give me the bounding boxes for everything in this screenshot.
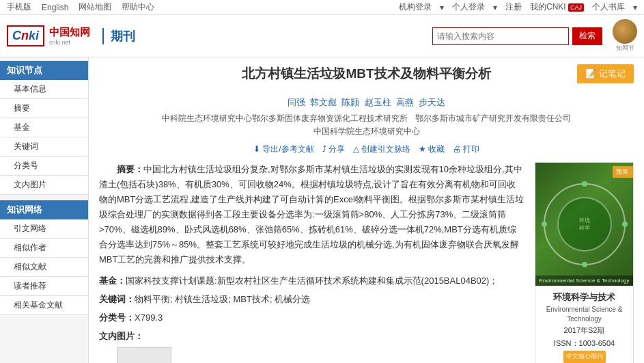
header: C n ki 中国知网 cnki.net 期刊 检索 知网节 (0, 15, 644, 57)
logo-net-text: cnki.net (49, 39, 90, 46)
journal-badge: 中文核心期刊 (563, 351, 606, 362)
sidebar-section-network: 知识网络 引文网络 相似作者 相似文献 读者推荐 相关基金文献 (0, 200, 88, 315)
share-icon: ⤴ (322, 144, 326, 154)
top-nav: 手机版 English 网站地图 帮助中心 机构登录▾ 个人登录▾ 注册 我的C… (0, 0, 644, 15)
knot-icon-area[interactable]: 知网节 (613, 19, 637, 53)
author-5[interactable]: 高燕 (396, 97, 414, 107)
sidebar-item-related-fund[interactable]: 相关基金文献 (0, 296, 88, 315)
logo-cnki[interactable]: C n ki 中国知网 cnki.net (7, 25, 90, 46)
action-favorite[interactable]: ★ 收藏 (419, 144, 445, 155)
fund-paragraph: 基金：国家科技支撑计划课题:新型农村社区生产生活循环技术系统构建和集成示范(20… (99, 273, 524, 288)
sidebar: 知识节点 基本信息 摘要 基金 关键词 分类号 文内图片 知识网络 引文网络 相… (0, 57, 89, 363)
journal-tag: 期刊 (102, 28, 135, 44)
sidebar-item-images[interactable]: 文内图片 (0, 176, 88, 195)
images-label: 文内图片： (99, 331, 143, 341)
action-citation[interactable]: △ 创建引文脉络 (353, 144, 410, 155)
nav-sitemap[interactable]: 网站地图 (79, 1, 111, 13)
action-export-label: 导出/参考文献 (262, 144, 313, 155)
author-4[interactable]: 赵玉柱 (365, 97, 391, 107)
sidebar-item-category[interactable]: 分类号 (0, 157, 88, 176)
sidebar-title-knowledge: 知识节点 (0, 61, 88, 80)
abstract-paragraph: 摘要：中国北方村镇生活垃圾组分复杂,对鄂尔多斯市某村镇生活垃圾的实测发现有10余… (99, 162, 524, 268)
print-icon: 🖨 (453, 144, 461, 154)
author-3[interactable]: 陈颢 (341, 97, 359, 107)
sidebar-item-basic[interactable]: 基本信息 (0, 80, 88, 99)
content-area: 北方村镇生活垃圾MBT技术及物料平衡分析 📝 记笔记 闫强 韩文彪 陈颢 赵玉柱… (89, 57, 644, 363)
search-button[interactable]: 检索 (572, 27, 602, 45)
sidebar-item-similar-authors[interactable]: 相似作者 (0, 239, 88, 258)
sidebar-section-knowledge: 知识节点 基本信息 摘要 基金 关键词 分类号 文内图片 (0, 61, 88, 195)
nav-personal-login[interactable]: 个人登录 (452, 1, 485, 13)
author-2[interactable]: 韩文彪 (310, 97, 337, 107)
logo-chinese-text: 中国知网 (49, 26, 90, 39)
action-share[interactable]: ⤴ 分享 (322, 144, 345, 155)
affiliation-2: 鄂尔多斯市城市矿产研究开发有限责任公司 (415, 113, 571, 123)
journal-info: 环境科学与技术 Environmental Science & Technolo… (535, 286, 633, 363)
author-1[interactable]: 闫强 (288, 97, 305, 107)
nav-register[interactable]: 注册 (505, 1, 522, 13)
author-6[interactable]: 步天达 (419, 97, 445, 107)
abstract-label: 摘要： (117, 164, 143, 174)
category-label: 分类号： (99, 312, 135, 323)
affiliation-3: 中国科学院生态环境研究中心 (313, 126, 420, 136)
category-text: X799.3 (135, 312, 163, 323)
knot-circle (613, 19, 637, 44)
journal-name-cn[interactable]: 环境科学与技术 (539, 290, 630, 305)
keywords-paragraph: 关键词：物料平衡; 村镇生活垃圾; MBT技术; 机械分选 (99, 292, 524, 307)
fund-label: 基金： (99, 275, 126, 286)
search-area: 检索 知网节 (432, 19, 637, 53)
journal-cover[interactable]: 预览 环境科学 (535, 163, 633, 286)
sidebar-item-similar-refs[interactable]: 相似文献 (0, 258, 88, 277)
action-print-label: 打印 (463, 144, 479, 155)
article-text: 摘要：中国北方村镇生活垃圾组分复杂,对鄂尔多斯市某村镇生活垃圾的实测发现有10余… (99, 162, 524, 363)
sidebar-item-citation-network[interactable]: 引文网络 (0, 219, 88, 239)
journal-issn: ISSN：1003-6504 (539, 337, 630, 350)
action-share-label: 分享 (328, 144, 345, 155)
nav-institution-login[interactable]: 机构登录 (399, 1, 432, 13)
top-nav-right: 机构登录▾ 个人登录▾ 注册 我的CNKI CAJ 个人书库▾ (399, 1, 637, 13)
category-paragraph: 分类号：X799.3 (99, 310, 524, 325)
issn-label: ISSN： (554, 339, 579, 347)
images-paragraph: 文内图片： (99, 329, 524, 344)
journal-issue: 2017年S2期 (539, 324, 630, 337)
nav-help[interactable]: 帮助中心 (122, 1, 154, 13)
main-container: 知识节点 基本信息 摘要 基金 关键词 分类号 文内图片 知识网络 引文网络 相… (0, 57, 644, 363)
sidebar-title-network: 知识网络 (0, 200, 88, 219)
nav-my-cnki[interactable]: 我的CNKI CAJ (530, 1, 584, 13)
note-button[interactable]: 📝 记笔记 (577, 64, 634, 83)
sidebar-item-keywords[interactable]: 关键词 (0, 137, 88, 157)
export-icon: ⬇ (253, 144, 260, 154)
authors-line: 闫强 韩文彪 陈颢 赵玉柱 高燕 步天达 (99, 96, 634, 109)
action-citation-label: 创建引文脉络 (361, 144, 410, 155)
action-bar: ⬇ 导出/参考文献 ⤴ 分享 △ 创建引文脉络 ★ 收藏 🖨 打印 (99, 144, 634, 155)
sidebar-item-abstract[interactable]: 摘要 (0, 99, 88, 118)
affiliations: 中科院生态环境研究中心鄂尔多斯固体废弃物资源化工程技术研究所 鄂尔多斯市城市矿产… (99, 112, 634, 138)
article-title: 北方村镇生活垃圾MBT技术及物料平衡分析 (188, 64, 545, 84)
issn-value: 1003-6504 (579, 339, 615, 347)
action-favorite-label: 收藏 (428, 144, 445, 155)
favorite-icon: ★ (419, 144, 426, 154)
nav-personal-library[interactable]: 个人书库 (592, 1, 625, 13)
nav-mobile[interactable]: 手机版 (7, 1, 31, 13)
journal-card: 预览 环境科学 (535, 162, 634, 363)
search-input[interactable] (432, 27, 569, 45)
note-icon: 📝 (585, 68, 596, 79)
knot-label: 知网节 (616, 44, 634, 53)
action-export[interactable]: ⬇ 导出/参考文献 (253, 144, 313, 155)
fund-text: 国家科技支撑计划课题:新型农村社区生产生活循环技术系统构建和集成示范(2015B… (126, 275, 498, 286)
sidebar-item-reader-recommend[interactable]: 读者推荐 (0, 277, 88, 296)
abstract-text: 中国北方村镇生活垃圾组分复杂,对鄂尔多斯市某村镇生活垃圾的实测发现有10余种垃圾… (99, 164, 524, 265)
keywords-label: 关键词： (99, 294, 135, 304)
action-print[interactable]: 🖨 打印 (453, 144, 479, 155)
journal-name-en: Environmental Science & Technology (539, 305, 630, 324)
sidebar-item-fund[interactable]: 基金 (0, 118, 88, 137)
logo-area: C n ki 中国知网 cnki.net 期刊 (7, 25, 135, 46)
affiliation-1: 中科院生态环境研究中心鄂尔多斯固体废弃物资源化工程技术研究所 (162, 113, 408, 123)
article-thumbnail: 图片 (117, 347, 171, 363)
citation-icon: △ (353, 144, 359, 154)
journal-sidebar: 预览 环境科学 (535, 162, 634, 363)
article-body: 摘要：中国北方村镇生活垃圾组分复杂,对鄂尔多斯市某村镇生活垃圾的实测发现有10余… (99, 162, 634, 363)
note-btn-label: 记笔记 (599, 68, 626, 79)
nav-english[interactable]: English (42, 3, 68, 12)
keywords-text: 物料平衡; 村镇生活垃圾; MBT技术; 机械分选 (135, 294, 310, 304)
